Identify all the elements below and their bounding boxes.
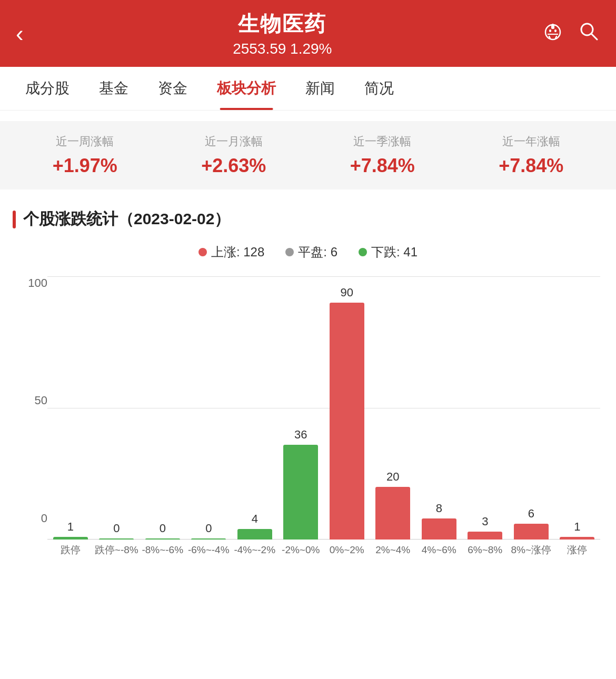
stat-month: 近一月涨幅 +2.63% (160, 134, 309, 177)
stat-year-value: +7.84% (457, 155, 606, 177)
svg-point-4 (552, 24, 554, 26)
search-icon[interactable] (577, 19, 600, 47)
x-label-7: 2%~4% (370, 544, 416, 557)
robot-icon[interactable] (541, 19, 564, 47)
header-subtitle: 2553.59 1.29% (24, 41, 541, 57)
legend-down: 下跌: 41 (359, 244, 418, 261)
stat-month-label: 近一月涨幅 (160, 134, 309, 149)
header: ‹ 生物医药 2553.59 1.29% (0, 0, 616, 67)
y-label-0: 0 (16, 512, 47, 525)
back-button[interactable]: ‹ (16, 22, 24, 45)
header-right (541, 19, 600, 47)
bar-value-2: 0 (160, 522, 166, 535)
svg-rect-1 (549, 29, 551, 32)
y-label-50: 50 (16, 394, 47, 407)
bar-col-6: 90 (324, 286, 370, 540)
legend-flat-label: 平盘: 6 (298, 244, 337, 261)
stat-quarter-label: 近一季涨幅 (308, 134, 457, 149)
bar-col-3: 0 (186, 522, 232, 540)
bar-0 (53, 537, 88, 540)
bar-4 (237, 529, 272, 540)
bar-col-0: 1 (47, 520, 94, 540)
legend-flat: 平盘: 6 (285, 244, 337, 261)
bar-value-1: 0 (113, 522, 120, 535)
chart-area: 上涨: 128 平盘: 6 下跌: 41 100 50 0 (0, 238, 616, 573)
legend-dot-flat (285, 248, 294, 256)
tab-components[interactable]: 成分股 (11, 67, 84, 110)
legend-dot-down (359, 248, 367, 256)
bar-value-11: 1 (574, 520, 580, 534)
x-label-10: 8%~涨停 (508, 544, 554, 557)
x-label-2: -8%~-6% (140, 544, 186, 557)
bar-7 (375, 487, 410, 540)
x-label-9: 6%~8% (462, 544, 509, 557)
stat-quarter: 近一季涨幅 +7.84% (308, 134, 457, 177)
stat-quarter-value: +7.84% (308, 155, 457, 177)
bar-col-10: 6 (508, 507, 554, 540)
bar-col-1: 0 (94, 522, 140, 540)
bar-col-8: 8 (416, 502, 462, 540)
stat-year: 近一年涨幅 +7.84% (457, 134, 606, 177)
x-label-4: -4%~-2% (232, 544, 278, 557)
x-label-1: 跌停~-8% (94, 544, 140, 557)
bar-1 (99, 538, 134, 540)
bar-col-4: 4 (232, 512, 278, 540)
bar-col-9: 3 (462, 515, 509, 540)
tab-sector[interactable]: 板块分析 (202, 67, 291, 110)
bar-3 (191, 538, 226, 540)
bar-value-0: 1 (67, 520, 74, 534)
x-label-6: 0%~2% (324, 544, 370, 557)
bars-area: 100043690208361 跌停跌停~-8%-8%~-6%-6%~-4%-4… (47, 276, 600, 557)
y-label-100: 100 (16, 276, 47, 290)
bar-8 (422, 518, 456, 540)
bar-chart: 100 50 0 100043690208361 跌停跌停 (11, 276, 605, 557)
svg-line-9 (591, 34, 597, 39)
stat-year-label: 近一年涨幅 (457, 134, 606, 149)
bar-col-5: 36 (278, 428, 324, 540)
legend-down-label: 下跌: 41 (371, 244, 418, 261)
bar-value-6: 90 (341, 286, 353, 299)
tab-capital[interactable]: 资金 (143, 67, 202, 110)
bar-2 (145, 538, 180, 540)
bar-11 (560, 537, 594, 540)
bars-with-grid: 100043690208361 (47, 276, 600, 540)
x-label-3: -6%~-4% (186, 544, 232, 557)
chart-legend: 上涨: 128 平盘: 6 下跌: 41 (11, 244, 605, 261)
x-label-8: 4%~6% (416, 544, 462, 557)
bar-col-2: 0 (140, 522, 186, 540)
bar-col-7: 20 (370, 470, 416, 540)
tab-fund[interactable]: 基金 (84, 67, 143, 110)
x-label-11: 涨停 (554, 544, 601, 557)
tab-news[interactable]: 新闻 (291, 67, 350, 110)
bar-value-4: 4 (252, 512, 258, 526)
bar-value-5: 36 (294, 428, 307, 442)
bar-9 (468, 532, 502, 540)
header-left: ‹ (16, 22, 24, 45)
tab-brief[interactable]: 简况 (350, 67, 409, 110)
bar-6 (330, 303, 364, 540)
bar-5 (283, 445, 318, 540)
stat-week-value: +1.97% (11, 155, 160, 177)
x-label-0: 跌停 (47, 544, 94, 557)
tab-bar: 成分股 基金 资金 板块分析 新闻 简况 (0, 67, 616, 111)
legend-up-label: 上涨: 128 (211, 244, 264, 261)
legend-dot-up (198, 248, 207, 256)
stat-week: 近一周涨幅 +1.97% (11, 134, 160, 177)
header-title: 生物医药 (24, 9, 541, 38)
bar-value-9: 3 (482, 515, 488, 528)
bar-10 (514, 524, 549, 540)
bars-wrapper: 100043690208361 (47, 276, 600, 540)
svg-rect-2 (554, 29, 557, 32)
bar-value-10: 6 (528, 507, 534, 521)
stat-week-label: 近一周涨幅 (11, 134, 160, 149)
header-center: 生物医药 2553.59 1.29% (24, 9, 541, 57)
legend-up: 上涨: 128 (198, 244, 264, 261)
x-axis: 跌停跌停~-8%-8%~-6%-6%~-4%-4%~-2%-2%~0%0%~2%… (47, 544, 600, 557)
bar-value-3: 0 (205, 522, 212, 535)
x-label-5: -2%~0% (278, 544, 324, 557)
bar-value-7: 20 (386, 470, 399, 484)
bar-col-11: 1 (554, 520, 601, 540)
y-axis: 100 50 0 (16, 276, 47, 557)
stats-row: 近一周涨幅 +1.97% 近一月涨幅 +2.63% 近一季涨幅 +7.84% 近… (0, 121, 616, 189)
stat-month-value: +2.63% (160, 155, 309, 177)
